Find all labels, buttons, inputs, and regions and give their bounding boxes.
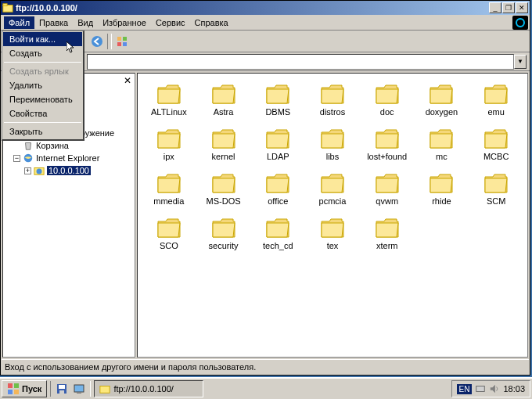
- system-tray[interactable]: EN 18:03: [451, 380, 530, 397]
- menu-close[interactable]: Закрыть: [3, 124, 82, 138]
- folder-icon: [156, 83, 182, 105]
- start-button[interactable]: Пуск: [2, 380, 47, 397]
- folder-item[interactable]: distros: [306, 83, 359, 117]
- folder-item[interactable]: lost+found: [361, 128, 414, 161]
- collapse-icon[interactable]: −: [13, 155, 20, 162]
- svg-rect-13: [8, 390, 13, 394]
- folder-item[interactable]: pcmcia: [306, 172, 359, 206]
- volume-icon[interactable]: [489, 383, 500, 394]
- folder-label: doc: [380, 107, 394, 117]
- folder-icon: [375, 83, 400, 105]
- folder-item[interactable]: SCM: [469, 172, 523, 206]
- folder-icon: [320, 83, 345, 105]
- folder-icon: [211, 217, 236, 239]
- expand-icon[interactable]: +: [24, 167, 31, 174]
- folder-item[interactable]: rhide: [415, 172, 469, 206]
- statusbar: Вход с использованием другого имени и па…: [2, 359, 529, 374]
- folder-label: ALTLinux: [151, 107, 187, 117]
- close-button[interactable]: ✕: [516, 2, 528, 13]
- folder-icon: [211, 128, 236, 149]
- folder-item[interactable]: doc: [361, 83, 414, 117]
- desktop-icon[interactable]: [71, 381, 87, 397]
- folder-icon: [265, 172, 290, 194]
- svg-rect-16: [59, 385, 65, 389]
- pane-close-button[interactable]: ✕: [122, 75, 133, 86]
- folder-item[interactable]: Astra: [197, 83, 250, 117]
- folder-item[interactable]: libs: [306, 128, 359, 161]
- menu-favorites[interactable]: Избранное: [98, 16, 151, 29]
- folder-item[interactable]: qvwm: [361, 172, 414, 206]
- folder-item[interactable]: MS-DOS: [197, 172, 250, 206]
- folder-label: lost+found: [367, 152, 407, 161]
- address-dropdown[interactable]: ▼: [514, 55, 527, 69]
- folder-label: tech_cd: [263, 241, 293, 250]
- titlebar[interactable]: ftp://10.0.0.100/ _ ❐ ✕: [1, 1, 530, 15]
- menu-file[interactable]: Файл: [4, 16, 34, 29]
- folder-item[interactable]: ALTLinux: [142, 83, 196, 117]
- svg-rect-20: [100, 386, 110, 394]
- folder-item[interactable]: emu: [469, 83, 523, 117]
- tray-icon[interactable]: [475, 383, 486, 394]
- ie-icon: [23, 153, 34, 164]
- separator: [107, 34, 112, 49]
- folder-label: office: [268, 196, 288, 206]
- quick-launch: [50, 381, 91, 397]
- explorer-window: ftp://10.0.0.100/ _ ❐ ✕ Файл Правка Вид …: [0, 0, 530, 376]
- tree-ie: −Internet Explorer: [6, 152, 131, 164]
- minimize-button[interactable]: _: [489, 2, 501, 13]
- recycle-icon: [23, 140, 34, 151]
- svg-rect-17: [59, 390, 64, 394]
- menu-delete[interactable]: Удалить: [3, 78, 82, 92]
- menu-create[interactable]: Создать: [3, 46, 82, 60]
- menu-tools[interactable]: Сервис: [151, 16, 190, 29]
- folder-item[interactable]: MCBC: [469, 128, 523, 161]
- folder-label: MCBC: [483, 152, 509, 161]
- folder-label: Astra: [214, 107, 234, 117]
- save-icon[interactable]: [54, 381, 70, 397]
- status-text: Вход с использованием другого имени и па…: [5, 362, 256, 372]
- folder-item[interactable]: DBMS: [251, 83, 304, 117]
- folder-item[interactable]: security: [197, 217, 250, 250]
- menu-help[interactable]: Справка: [190, 16, 233, 29]
- folder-label: rhide: [432, 196, 451, 206]
- address-input[interactable]: ftp://10.0.0.100/: [87, 54, 514, 70]
- separator: [4, 122, 81, 123]
- folder-item[interactable]: SCO: [142, 217, 196, 250]
- content-area[interactable]: ALTLinuxAstraDBMSdistrosdocdoxygenemuipx…: [137, 73, 528, 358]
- menu-view[interactable]: Вид: [73, 16, 98, 29]
- folder-icon: [320, 172, 345, 194]
- folder-label: distros: [320, 107, 345, 117]
- maximize-button[interactable]: ❐: [502, 2, 515, 13]
- taskbar-task[interactable]: ftp://10.0.0.100/: [94, 380, 203, 397]
- folder-label: SCO: [160, 241, 178, 250]
- language-indicator[interactable]: EN: [457, 384, 473, 394]
- folder-item[interactable]: mc: [415, 128, 469, 161]
- folder-item[interactable]: mmedia: [142, 172, 196, 206]
- folder-label: MS-DOS: [207, 196, 241, 206]
- views-button[interactable]: [113, 33, 131, 50]
- svg-rect-19: [77, 392, 81, 394]
- svg-rect-5: [117, 42, 121, 46]
- folder-icon: [320, 128, 345, 149]
- folder-icon: [99, 383, 110, 394]
- folder-icon: [265, 128, 290, 149]
- menu-properties[interactable]: Свойства: [3, 106, 82, 120]
- folder-item[interactable]: LDAP: [251, 128, 304, 161]
- folder-icon: [265, 83, 290, 105]
- throbber-icon: [512, 16, 528, 30]
- clock[interactable]: 18:03: [503, 384, 525, 394]
- file-menu-dropdown: Войти как... Создать Создать ярлык Удали…: [2, 31, 84, 141]
- folder-item[interactable]: tex: [306, 217, 359, 250]
- folder-label: doxygen: [426, 107, 458, 117]
- folder-item[interactable]: office: [251, 172, 304, 206]
- folder-item[interactable]: tech_cd: [251, 217, 304, 250]
- folder-item[interactable]: ipx: [142, 128, 196, 161]
- back-button[interactable]: [88, 33, 106, 50]
- folder-item[interactable]: doxygen: [415, 83, 469, 117]
- menu-rename[interactable]: Переименовать: [3, 92, 82, 106]
- folder-label: emu: [487, 107, 504, 117]
- menu-edit[interactable]: Правка: [34, 16, 73, 29]
- folder-item[interactable]: kernel: [197, 128, 250, 161]
- folder-item[interactable]: xterm: [361, 217, 414, 250]
- menu-login-as[interactable]: Войти как...: [3, 32, 82, 46]
